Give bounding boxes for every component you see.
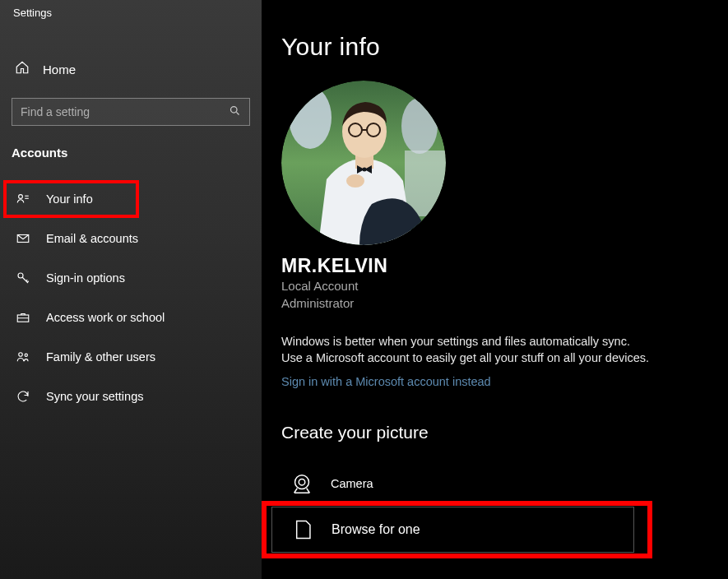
search-input[interactable] — [21, 105, 229, 118]
camera-icon — [290, 471, 314, 496]
window-title: Settings — [0, 0, 262, 25]
svg-point-0 — [231, 106, 238, 113]
svg-point-2 — [19, 195, 23, 199]
svg-point-22 — [295, 475, 309, 489]
user-role: Administrator — [281, 294, 703, 312]
sync-icon — [15, 388, 31, 405]
svg-line-1 — [236, 112, 239, 114]
briefcase-icon — [15, 309, 31, 326]
sidebar-item-your-info[interactable]: Your info — [0, 179, 262, 219]
sidebar: Settings Home Accounts Your inf — [0, 0, 262, 579]
search-icon — [229, 104, 241, 120]
sidebar-item-label: Email & accounts — [46, 232, 138, 245]
create-picture-title: Create your picture — [281, 423, 703, 442]
browse-file-icon — [290, 517, 315, 542]
sidebar-item-label: Family & other users — [46, 350, 155, 364]
svg-point-13 — [401, 98, 438, 154]
search-input-container[interactable] — [12, 98, 250, 126]
svg-point-21 — [346, 174, 364, 188]
sidebar-item-label: Sign-in options — [46, 271, 125, 285]
sidebar-item-sign-in-options[interactable]: Sign-in options — [0, 258, 262, 298]
page-title: Your info — [281, 33, 703, 61]
category-title: Accounts — [0, 141, 262, 171]
main-panel: Your info — [262, 0, 728, 579]
camera-option-label: Camera — [331, 477, 373, 490]
browse-option-label: Browse for one — [332, 522, 420, 537]
mail-icon — [15, 230, 31, 247]
sidebar-item-access-work-school[interactable]: Access work or school — [0, 298, 262, 337]
svg-point-23 — [299, 479, 305, 485]
sidebar-item-label: Sync your settings — [46, 390, 143, 403]
sidebar-item-label: Access work or school — [46, 311, 165, 324]
key-icon — [15, 270, 31, 286]
svg-point-9 — [25, 354, 27, 356]
svg-point-8 — [19, 353, 23, 357]
svg-point-12 — [289, 86, 332, 149]
people-icon — [15, 349, 31, 365]
picture-options: Camera Browse for one — [281, 461, 703, 553]
home-icon — [15, 60, 30, 78]
user-name: MR.KELVIN — [281, 255, 703, 277]
sidebar-item-label: Your info — [46, 192, 93, 206]
sync-info-text: Windows is better when your settings and… — [281, 333, 651, 367]
browse-option[interactable]: Browse for one — [271, 507, 634, 553]
nav-list: Your info Email & accounts Sign-in optio… — [0, 179, 262, 416]
svg-point-20 — [363, 168, 367, 172]
home-label: Home — [43, 63, 76, 76]
camera-option[interactable]: Camera — [281, 461, 703, 507]
sidebar-item-sync-settings[interactable]: Sync your settings — [0, 377, 262, 416]
person-card-icon — [15, 191, 31, 207]
sidebar-item-family-other-users[interactable]: Family & other users — [0, 337, 262, 377]
svg-point-6 — [18, 273, 23, 278]
sign-in-microsoft-link[interactable]: Sign in with a Microsoft account instead — [281, 375, 703, 388]
avatar — [281, 81, 446, 245]
sidebar-item-email-accounts[interactable]: Email & accounts — [0, 219, 262, 258]
home-button[interactable]: Home — [0, 50, 262, 88]
account-type: Local Account — [281, 277, 703, 294]
